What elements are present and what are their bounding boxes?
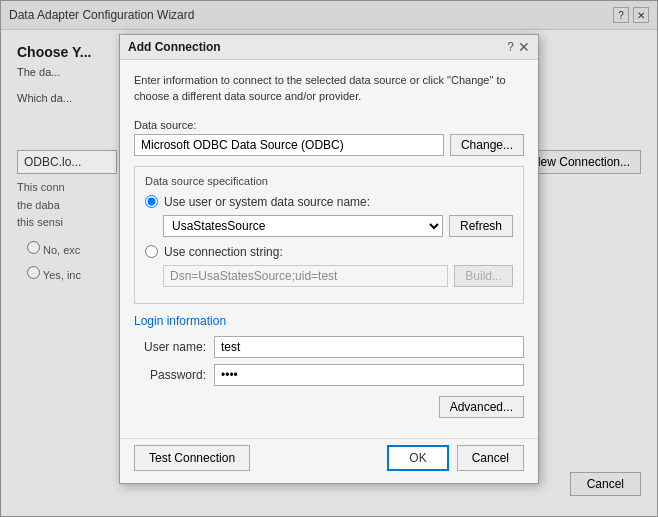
spec-section-title: Data source specification	[145, 175, 513, 187]
modal-body: Enter information to connect to the sele…	[120, 60, 538, 438]
advanced-row: Advanced...	[134, 396, 524, 426]
modal-title: Add Connection	[128, 40, 221, 54]
data-source-group: Data source: Change...	[134, 119, 524, 156]
modal-help-icon[interactable]: ?	[507, 40, 514, 54]
data-source-row: Change...	[134, 134, 524, 156]
dsn-combo-row: UsaStatesSource Refresh	[163, 215, 513, 237]
modal-close-icon[interactable]: ✕	[518, 40, 530, 54]
username-input[interactable]	[214, 336, 524, 358]
connstr-row: Build...	[163, 265, 513, 287]
password-row: Password:	[134, 364, 524, 386]
modal-overlay: Add Connection ? ✕ Enter information to …	[0, 0, 658, 517]
password-label: Password:	[134, 368, 214, 382]
build-button: Build...	[454, 265, 513, 287]
refresh-button[interactable]: Refresh	[449, 215, 513, 237]
dsn-combo[interactable]: UsaStatesSource	[163, 215, 443, 237]
modal-title-controls: ? ✕	[507, 40, 530, 54]
login-section: Login information User name: Password:	[134, 314, 524, 386]
login-section-title: Login information	[134, 314, 524, 328]
change-button[interactable]: Change...	[450, 134, 524, 156]
test-connection-button[interactable]: Test Connection	[134, 445, 250, 471]
data-source-label: Data source:	[134, 119, 524, 131]
connstr-input	[163, 265, 448, 287]
ok-button[interactable]: OK	[387, 445, 448, 471]
data-source-input[interactable]	[134, 134, 444, 156]
radio-dsn-label: Use user or system data source name:	[164, 195, 370, 209]
radio-connstr[interactable]	[145, 245, 158, 258]
add-connection-dialog: Add Connection ? ✕ Enter information to …	[119, 34, 539, 484]
radio-dsn-row: Use user or system data source name:	[145, 195, 513, 209]
radio-connstr-label: Use connection string:	[164, 245, 283, 259]
cancel-button[interactable]: Cancel	[457, 445, 524, 471]
password-input[interactable]	[214, 364, 524, 386]
radio-connstr-row: Use connection string:	[145, 245, 513, 259]
modal-intro-text: Enter information to connect to the sele…	[134, 72, 524, 105]
ok-cancel-group: OK Cancel	[387, 445, 524, 471]
data-source-spec-section: Data source specification Use user or sy…	[134, 166, 524, 304]
radio-dsn[interactable]	[145, 195, 158, 208]
advanced-button[interactable]: Advanced...	[439, 396, 524, 418]
modal-titlebar: Add Connection ? ✕	[120, 35, 538, 60]
modal-bottom-bar: Test Connection OK Cancel	[120, 438, 538, 483]
username-label: User name:	[134, 340, 214, 354]
username-row: User name:	[134, 336, 524, 358]
